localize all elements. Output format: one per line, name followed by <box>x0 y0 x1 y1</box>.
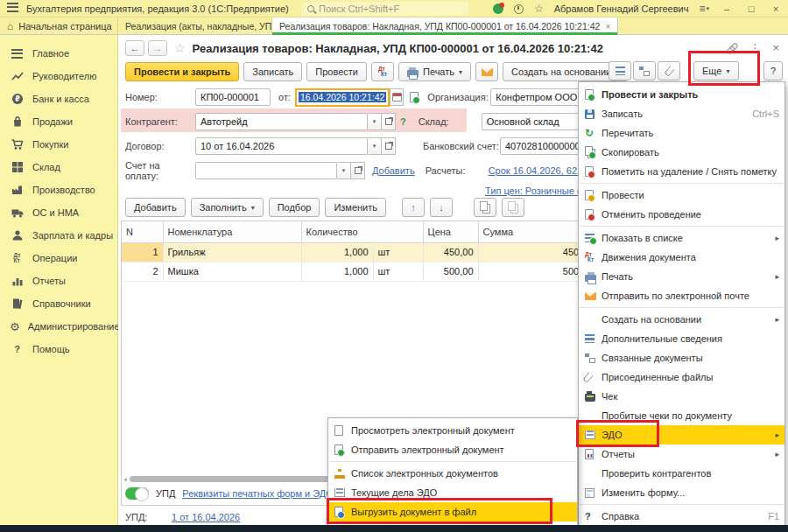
table-fill-button[interactable]: Заполнить▾ <box>191 198 264 217</box>
sidebar-item-sales[interactable]: Продажи <box>0 110 117 133</box>
sidebar-item-operations[interactable]: ДтКт Операции <box>0 247 117 270</box>
menu-copy[interactable]: Скопировать <box>579 143 784 162</box>
menu-reread[interactable]: ↻Перечитать <box>579 123 784 143</box>
col-price[interactable]: Цена <box>423 221 478 242</box>
history-icon[interactable] <box>514 4 524 14</box>
counterparty-check-icon[interactable]: ? <box>400 116 406 127</box>
move-up-button[interactable]: ↑ <box>402 198 425 217</box>
print-button[interactable]: Печать▾ <box>398 62 471 81</box>
scroll-left-icon[interactable]: ◂ <box>121 476 130 483</box>
submenu-view-edoc[interactable]: Просмотреть электронный документ <box>328 421 577 440</box>
sidebar-item-help[interactable]: ? Помощь <box>0 338 117 360</box>
sidebar-item-fixed-assets[interactable]: ОС и НМА <box>0 201 117 224</box>
sidebar-item-warehouse[interactable]: Склад <box>0 156 117 178</box>
menu-create-based-on[interactable]: Создать на основании▸ <box>579 310 784 329</box>
counterparty-dropdown[interactable]: ▾ <box>368 113 382 130</box>
table-add-button[interactable]: Добавить <box>125 198 186 217</box>
menu-print[interactable]: Печать▸ <box>579 267 784 286</box>
sidebar-item-main[interactable]: Главное <box>0 42 117 65</box>
menu-reports[interactable]: Отчеты▸ <box>579 444 784 464</box>
close-form-icon[interactable]: × <box>772 41 779 54</box>
back-button[interactable]: ← <box>125 40 144 56</box>
global-search-input[interactable]: Поиск Ctrl+Shift+F <box>302 2 468 16</box>
counterparty-field[interactable]: Автотрейд <box>195 113 368 130</box>
email-button[interactable] <box>475 62 498 81</box>
post-and-close-button[interactable]: Провести и закрыть <box>125 62 239 81</box>
table-edit-button[interactable]: Изменить <box>325 198 386 217</box>
sidebar-item-reports[interactable]: Отчеты <box>0 270 117 292</box>
menu-show-in-list[interactable]: Показать в списке▸ <box>579 228 784 248</box>
attachments-button[interactable] <box>658 61 680 80</box>
sidebar-item-bank-cash[interactable]: ₽ Банк и касса <box>0 88 117 110</box>
tab-realization-document[interactable]: Реализация товаров: Накладная, УПД КП00-… <box>272 18 618 35</box>
close-window-button[interactable]: × <box>769 4 783 14</box>
post-button[interactable]: Провести <box>306 62 367 81</box>
contract-open-button[interactable] <box>382 137 396 155</box>
menu-attached-files[interactable]: Присоединенные файлы <box>579 368 784 387</box>
col-nomenclature[interactable]: Номенклатура <box>163 221 301 242</box>
menu-save[interactable]: ЗаписатьCtrl+S <box>579 104 784 123</box>
forward-button[interactable]: → <box>148 40 167 56</box>
move-down-button[interactable]: ↓ <box>430 198 453 217</box>
calendar-button[interactable] <box>390 88 404 106</box>
related-documents-button[interactable] <box>633 61 656 80</box>
printer-icon <box>407 70 419 77</box>
save-button[interactable]: Записать <box>243 62 302 81</box>
menu-post[interactable]: Провести <box>579 186 784 205</box>
additional-info-button[interactable] <box>609 61 631 80</box>
upd-toggle[interactable] <box>125 487 149 500</box>
submenu-send-edoc[interactable]: Отправить электронный документ <box>328 440 577 459</box>
close-tab-icon[interactable]: × <box>605 22 610 32</box>
copy-rows-button[interactable] <box>474 198 496 217</box>
sidebar-item-production[interactable]: Производство <box>0 178 117 201</box>
date-field[interactable]: 16.04.2026 10:21:42 <box>295 88 390 107</box>
sidebar-item-directories[interactable]: Справочники <box>0 292 117 315</box>
print-forms-edo-link[interactable]: Реквизиты печатных форм и ЭДО <box>182 488 334 499</box>
menu-unpost[interactable]: Отменить проведение <box>579 205 784 224</box>
table-row[interactable]: 2 Мишка 1,000 шт 500,00 500,00 <box>122 262 597 281</box>
col-n[interactable]: N <box>122 221 163 242</box>
sidebar-item-purchases[interactable]: Покупки <box>0 133 117 156</box>
submenu-edoc-list[interactable]: Список электронных документов <box>328 464 577 483</box>
menu-check-counterparties[interactable]: Проверить контрагентов <box>579 464 784 483</box>
maximize-button[interactable]: □ <box>744 4 758 14</box>
menu-related-documents[interactable]: Связанные документы <box>579 348 784 368</box>
contract-dropdown[interactable]: ▾ <box>368 137 382 155</box>
sidebar-item-administration[interactable]: ⚙ Администрирование <box>0 315 117 338</box>
related-operations-icon[interactable] <box>410 92 419 102</box>
add-invoice-link[interactable]: Добавить <box>372 165 415 176</box>
sidebar-item-manager[interactable]: Руководителю <box>0 65 117 88</box>
table-pick-button[interactable]: Подбор <box>269 198 320 217</box>
help-button[interactable]: ? <box>763 61 783 80</box>
invoice-dropdown[interactable]: ▾ <box>337 162 351 179</box>
menu-help[interactable]: ?СправкаF1 <box>579 507 784 526</box>
current-user[interactable]: Абрамов Геннадий Сергеевич <box>554 4 689 14</box>
favorites-icon[interactable]: ☆ <box>534 3 544 15</box>
menu-post-and-close[interactable]: Провести и закрыть <box>579 85 784 104</box>
table-row[interactable]: 1 Грильяж 1,000 шт 450,00 450,00 <box>122 242 597 262</box>
menu-mark-deletion[interactable]: Пометить на удаление / Снять пометку <box>579 162 784 181</box>
favorite-star-icon[interactable]: ☆ <box>174 41 186 55</box>
paste-rows-button[interactable] <box>502 198 524 217</box>
sidebar-item-salary-hr[interactable]: Зарплата и кадры <box>0 224 117 247</box>
minimize-button[interactable]: – <box>720 4 734 14</box>
menu-send-email[interactable]: Отправить по электронной почте <box>579 286 784 305</box>
menu-additional-info[interactable]: Дополнительные сведения <box>579 329 784 348</box>
menu-receipt[interactable]: Чек <box>579 387 784 406</box>
menu-document-movements[interactable]: ДтКтДвижения документа <box>579 248 784 267</box>
invoice-field[interactable] <box>195 162 337 179</box>
contract-field[interactable]: 10 от 16.04.2026 <box>195 137 368 155</box>
upd-number-link[interactable]: 1 от 16.04.2026 <box>172 512 240 522</box>
main-menu-icon[interactable] <box>7 3 18 14</box>
invoice-open-button[interactable] <box>351 162 365 179</box>
counterparty-open-button[interactable] <box>382 113 396 130</box>
tab-realization-list[interactable]: Реализация (акты, накладные, УПД) × <box>118 18 272 35</box>
tab-home[interactable]: ⌂ Начальная страница <box>0 18 118 35</box>
col-quantity[interactable]: Количество <box>301 221 423 242</box>
menu-change-form[interactable]: Изменить форму... <box>579 483 784 502</box>
home-icon: ⌂ <box>7 20 13 32</box>
number-field[interactable]: КП00-000001 <box>195 88 271 106</box>
service-menu-icon[interactable]: ≡▾ <box>699 3 709 15</box>
dt-kt-button[interactable]: ДтКт <box>371 62 394 81</box>
support-logo-icon[interactable] <box>493 4 503 14</box>
